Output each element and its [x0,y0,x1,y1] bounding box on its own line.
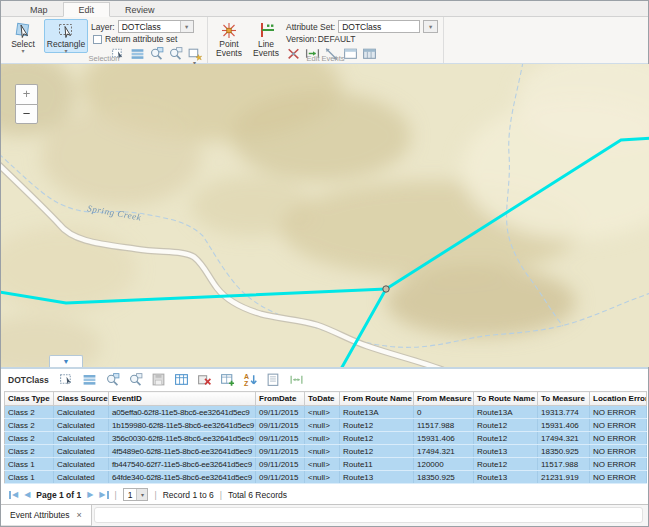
attribute-table-icon[interactable] [174,372,189,387]
table-cell: Calculated [54,419,109,432]
svg-text:A: A [244,373,249,380]
table-cell: 1b159980-62f8-11e5-8bc6-ee32641d5ec9 [109,419,256,432]
column-header[interactable]: To Route Name [474,392,538,406]
table-cell: Class 1 [5,471,54,484]
table-cell: Route12 [474,432,538,445]
save-edits-icon[interactable] [151,372,166,387]
tab-event-attributes[interactable]: Event Attributes × [1,505,92,526]
column-header[interactable]: From Measure [414,392,474,406]
open-form-icon[interactable] [266,372,281,387]
map-canvas[interactable]: Spring Creek [1,64,649,367]
table-cell: Class 2 [5,419,54,432]
table-cell: 11517.988 [538,458,590,471]
last-page-button[interactable]: ▶ [99,491,108,499]
previous-page-button[interactable]: ◀ [24,491,30,499]
table-cell: 09/11/2015 [256,458,305,471]
zoom-in-button[interactable]: + [15,84,38,104]
column-header[interactable]: ToDate [305,392,340,406]
table-row[interactable]: Class 2Calculated1b159980-62f8-11e5-8bc6… [5,419,647,432]
table-cell: 18350.925 [414,471,474,484]
table-cell: <null> [305,406,340,419]
close-tab-icon[interactable]: × [77,510,82,520]
attribute-set-dropdown[interactable]: DOTClass [338,20,420,33]
sort-records-icon[interactable]: AZ [243,372,258,387]
rectangle-tool-button[interactable]: Rectangle ▾ [44,19,88,53]
table-cell: 120000 [414,458,474,471]
panel-collapse-button[interactable]: ▼ [49,355,83,367]
line-events-button[interactable]: Line Events [249,19,283,53]
point-events-button[interactable]: Point Events [212,19,246,53]
table-cell: Calculated [54,445,109,458]
tab-map[interactable]: Map [15,3,63,16]
table-cell: 0 [414,406,474,419]
table-body: Class 2Calculateda05effa0-62f8-11e5-8bc6… [5,406,647,484]
zoom-to-selected-record-icon[interactable] [105,372,120,387]
tab-edit[interactable]: Edit [63,2,111,17]
return-attribute-set-checkbox[interactable] [93,35,102,44]
select-records-icon[interactable] [59,372,74,387]
delete-record-icon[interactable] [197,372,212,387]
table-row[interactable]: Class 2Calculateda05effa0-62f8-11e5-8bc6… [5,406,647,419]
selection-group: Select ▾ Rectangle ▾ Layer: DOTClass [1,17,208,63]
table-row[interactable]: Class 2Calculated356c0030-62f8-11e5-8bc6… [5,432,647,445]
table-cell: NO ERROR [590,432,647,445]
table-row[interactable]: Class 1Calculated64fde340-62f8-11e5-8bc6… [5,471,647,484]
attribute-table-container: Class TypeClass SourceEventIDFromDateToD… [1,390,648,485]
attribute-set-dropdown-button[interactable]: ▾ [423,20,438,33]
pager-separator: | [220,490,222,500]
page-select-caret-icon: ▾ [136,489,147,500]
column-header[interactable]: From Route Name [340,392,414,406]
next-page-button[interactable]: ▶ [87,491,93,499]
table-cell: Route11 [340,458,414,471]
measure-extent-icon[interactable] [289,372,304,387]
map-view[interactable]: Spring Creek + − ▼ [1,64,648,367]
table-cell: Route12 [340,445,414,458]
rectangle-select-icon [57,21,76,40]
column-header[interactable]: Class Source [54,392,109,406]
column-header[interactable]: FromDate [256,392,305,406]
table-cell: Route12 [474,458,538,471]
table-cell: <null> [305,458,340,471]
select-cursor-icon [14,21,33,40]
attribute-set-caret-icon: ▾ [424,21,437,32]
table-cell: Class 2 [5,445,54,458]
show-selected-records-icon[interactable] [82,372,97,387]
table-cell: 15931.406 [414,432,474,445]
table-cell: <null> [305,445,340,458]
ribbon-tabstrip: Map Edit Review [1,1,648,17]
column-header[interactable]: To Measure [538,392,590,406]
collapse-arrow-icon: ▼ [63,358,70,365]
pan-to-selected-record-icon[interactable] [128,372,143,387]
table-cell: 64fde340-62f8-11e5-8bc6-ee32641d5ec9 [109,471,256,484]
table-row[interactable]: Class 1Calculatedfb447540-62f7-11e5-8bc6… [5,458,647,471]
table-cell: Route13A [340,406,414,419]
pager-separator: | [154,490,156,500]
line-events-icon [256,21,276,40]
table-cell: Calculated [54,458,109,471]
first-page-button[interactable]: ◀ [9,491,18,499]
table-cell: Calculated [54,406,109,419]
column-header[interactable]: Class Type [5,392,54,406]
total-records-label: Total 6 Records [228,490,287,500]
column-header[interactable]: EventID [109,392,256,406]
table-cell: Route13A [474,406,538,419]
tab-review[interactable]: Review [110,3,170,16]
add-record-icon[interactable] [220,372,235,387]
table-cell: Class 2 [5,432,54,445]
table-cell: Route12 [340,419,414,432]
page-select-dropdown[interactable]: 1 ▾ [123,488,149,501]
selection-group-label: Selection [1,54,207,63]
attribute-set-label: Attribute Set: [286,22,335,32]
layer-dropdown[interactable]: DOTClass ▾ [118,20,194,33]
column-header[interactable]: Location Error [590,392,647,406]
table-cell: Class 1 [5,458,54,471]
route-junction-marker[interactable] [383,286,389,292]
zoom-out-button[interactable]: − [15,104,38,124]
select-tool-button[interactable]: Select ▾ [5,19,41,53]
table-cell: Calculated [54,432,109,445]
table-cell: 17494.321 [414,445,474,458]
point-events-icon [219,21,239,40]
table-row[interactable]: Class 2Calculated4f5489e0-62f8-11e5-8bc6… [5,445,647,458]
table-cell: a05effa0-62f8-11e5-8bc6-ee32641d5ec9 [109,406,256,419]
layer-dropdown-caret-icon: ▾ [180,21,193,32]
